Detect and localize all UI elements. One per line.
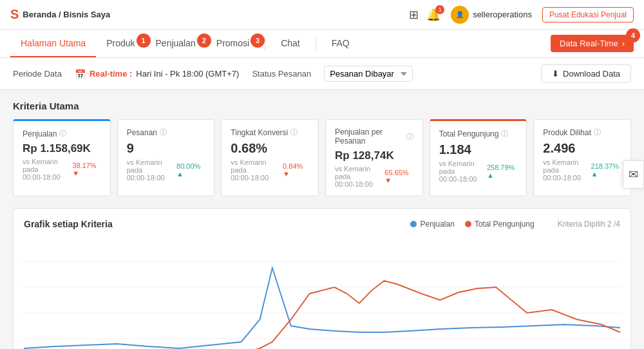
kpi-card-pesanan[interactable]: Pesanan ⓘ 9 vs Kemarin pada00:00-18:00 8… (117, 119, 215, 196)
legend-penjualan: Penjualan (410, 220, 454, 229)
tab-halaman-utama-label: Halaman Utama (21, 38, 86, 48)
info-icon-penjualan[interactable]: ⓘ (59, 129, 66, 138)
tab-faq[interactable]: FAQ (321, 30, 360, 57)
tab-faq-label: FAQ (332, 38, 350, 48)
tab-penjualan[interactable]: Penjualan 2 (146, 30, 206, 57)
kpi-title-konversi: Tingkat Konversi ⓘ (231, 127, 309, 137)
header-right: ⊞ 🔔 1 👤 selleroperations Pusat Edukasi P… (409, 6, 634, 24)
chart-legend: Penjualan Total Pengunjung Kriteria Dipi… (410, 220, 620, 229)
breadcrumb-sep: / (59, 10, 61, 19)
chart-container: 00:00 06:00 12:00 18:00 23:59 (24, 236, 620, 349)
breadcrumb-current: Bisnis Saya (63, 10, 110, 19)
download-icon: ⬇ (552, 69, 559, 79)
realtime-button[interactable]: Data Real-Time › (551, 35, 634, 52)
nav-right: Data Real-Time › 4 (551, 35, 634, 52)
kpi-title-penjualan-per-pesanan: Penjualan per Pesanan ⓘ (335, 127, 413, 146)
notification-badge: 1 (435, 5, 444, 14)
download-button[interactable]: ⬇ Download Data (541, 64, 631, 83)
legend-dot-penjualan (410, 221, 417, 227)
status-filter: Pesanan Dibayar Semua Pesanan (324, 66, 413, 82)
info-icon-ppp[interactable]: ⓘ (406, 132, 413, 142)
legend-label-pengunjung: Total Pengunjung (475, 220, 535, 229)
periode-label: Periode Data (13, 69, 62, 79)
kpi-grid: Penjualan ⓘ Rp 1.158,69K vs Kemarin pada… (13, 119, 631, 196)
header-icons: ⊞ 🔔 1 (409, 8, 440, 22)
kpi-compare-konversi: vs Kemarin pada00:00-18:00 0.84% ▼ (231, 158, 309, 182)
nav-divider-2 (316, 37, 316, 50)
bell-icon[interactable]: 🔔 1 (426, 8, 440, 22)
kriteria-title: Kriteria Utama (13, 100, 631, 111)
kpi-compare-pesanan: vs Kemarin pada00:00-18:00 80.00% ▲ (127, 158, 205, 182)
kpi-title-penjualan: Penjualan ⓘ (23, 129, 101, 138)
realtime-button-label: Data Real-Time (560, 39, 618, 48)
step-badge-4: 4 (626, 28, 640, 42)
breadcrumb: Beranda / Bisnis Saya (23, 10, 110, 19)
right-panel[interactable]: ✉ (623, 160, 644, 189)
grid-icon[interactable]: ⊞ (409, 8, 419, 22)
status-label: Status Pesanan (252, 69, 311, 79)
kpi-value-pesanan: 9 (127, 141, 205, 156)
step-badge-3: 3 (251, 33, 265, 48)
navigation: Halaman Utama Produk 1 Penjualan 2 Promo… (0, 30, 644, 58)
info-icon-pengunjung[interactable]: ⓘ (501, 129, 508, 138)
header: S Beranda / Bisnis Saya ⊞ 🔔 1 👤 sellerop… (0, 0, 644, 30)
line-chart (24, 236, 620, 349)
kpi-compare-ppp: vs Kemarin pada00:00-18:00 65.65% ▼ (335, 165, 413, 188)
kpi-card-produk-dilihat[interactable]: Produk Dilihat ⓘ 2.496 vs Kemarin pada00… (533, 119, 631, 196)
tab-produk-label: Produk (106, 38, 135, 48)
kpi-card-konversi[interactable]: Tingkat Konversi ⓘ 0.68% vs Kemarin pada… (221, 119, 319, 196)
kpi-value-penjualan: Rp 1.158,69K (23, 142, 101, 155)
kpi-title-produk-dilihat: Produk Dilihat ⓘ (543, 127, 621, 137)
pusat-edukasi-button[interactable]: Pusat Edukasi Penjual (542, 7, 634, 23)
kpi-card-pengunjung[interactable]: Total Pengunjung ⓘ 1.184 vs Kemarin pada… (430, 119, 527, 196)
chart-header: Grafik setiap Kriteria Penjualan Total P… (24, 219, 620, 229)
tab-chat-label: Chat (281, 38, 300, 48)
step-badge-2: 2 (197, 33, 211, 48)
step-badge-1: 1 (137, 33, 151, 48)
download-label: Download Data (563, 69, 620, 79)
nav-tabs: Halaman Utama Produk 1 Penjualan 2 Promo… (10, 30, 360, 57)
info-icon-pesanan[interactable]: ⓘ (160, 127, 167, 137)
username: selleroperations (473, 10, 532, 19)
header-user: 👤 selleroperations (451, 6, 532, 24)
nav-divider (265, 37, 265, 50)
criteria-info: Kriteria Dipilih 2 /4 (558, 220, 620, 229)
kpi-compare-pengunjung: vs Kemarin pada00:00-18:00 258.79% ▲ (439, 160, 518, 183)
status-select[interactable]: Pesanan Dibayar Semua Pesanan (324, 66, 413, 82)
kpi-card-penjualan[interactable]: Penjualan ⓘ Rp 1.158,69K vs Kemarin pada… (13, 119, 111, 196)
legend-dot-pengunjung (465, 221, 471, 227)
breadcrumb-home[interactable]: Beranda (23, 10, 56, 19)
legend-pengunjung: Total Pengunjung (465, 220, 535, 229)
realtime-tag: Real-time : (90, 69, 132, 79)
kpi-compare-penjualan: vs Kemarin pada00:00-18:00 38.17% ▼ (23, 158, 101, 181)
tab-promosi-label: Promosi (216, 38, 249, 48)
period-text: Hari Ini - Pk 18:00 (GMT+7) (136, 69, 239, 79)
avatar: 👤 (451, 6, 469, 24)
filter-bar: Periode Data 📅 Real-time : Hari Ini - Pk… (0, 58, 644, 90)
kpi-compare-produk-dilihat: vs Kemarin pada00:00-18:00 218.37% ▲ (543, 158, 621, 182)
tab-penjualan-label: Penjualan (156, 38, 196, 48)
kpi-value-pengunjung: 1.184 (439, 142, 518, 157)
info-icon-produk-dilihat[interactable]: ⓘ (594, 127, 601, 137)
tab-chat[interactable]: Chat (270, 30, 310, 57)
chart-section: Grafik setiap Kriteria Penjualan Total P… (13, 208, 631, 349)
tab-produk[interactable]: Produk 1 (96, 30, 145, 57)
chevron-right-icon: › (622, 39, 625, 48)
calendar-icon: 📅 (75, 69, 86, 79)
info-icon-konversi[interactable]: ⓘ (290, 127, 298, 137)
kpi-card-penjualan-per-pesanan[interactable]: Penjualan per Pesanan ⓘ Rp 128,74K vs Ke… (325, 119, 423, 196)
kpi-title-pesanan: Pesanan ⓘ (127, 127, 205, 137)
kpi-value-produk-dilihat: 2.496 (543, 141, 621, 156)
header-logo: S (10, 7, 19, 22)
chart-title: Grafik setiap Kriteria (24, 219, 113, 229)
period-selector[interactable]: 📅 Real-time : Hari Ini - Pk 18:00 (GMT+7… (75, 69, 240, 79)
tab-halaman-utama[interactable]: Halaman Utama (10, 30, 96, 57)
tab-promosi[interactable]: Promosi 3 (206, 30, 260, 57)
kpi-title-pengunjung: Total Pengunjung ⓘ (439, 129, 518, 138)
penjualan-line (24, 268, 620, 348)
kpi-value-penjualan-per-pesanan: Rp 128,74K (335, 149, 413, 162)
legend-label-penjualan: Penjualan (420, 220, 454, 229)
mail-icon: ✉ (629, 168, 638, 181)
kpi-value-konversi: 0.68% (231, 141, 309, 156)
main-content: Kriteria Utama Penjualan ⓘ Rp 1.158,69K … (0, 90, 644, 349)
